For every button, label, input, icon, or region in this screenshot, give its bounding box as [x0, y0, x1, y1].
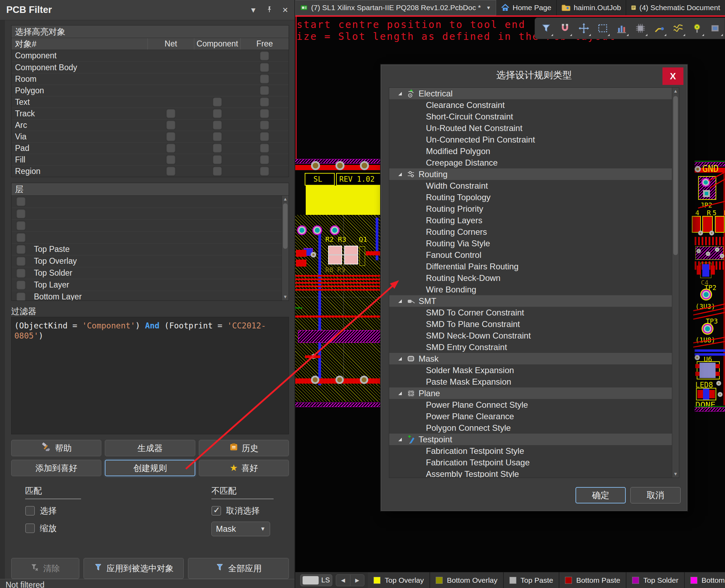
- free-checkbox[interactable]: [260, 167, 269, 176]
- component-checkbox[interactable]: [213, 109, 222, 118]
- rule-type-item[interactable]: Creepage Distance: [389, 157, 672, 168]
- free-checkbox[interactable]: [260, 132, 269, 141]
- layers-scrollbar[interactable]: ▲ ▼: [282, 196, 289, 300]
- rule-group-mask[interactable]: Mask: [389, 353, 672, 364]
- free-checkbox[interactable]: [260, 109, 269, 118]
- deselect-checkbox[interactable]: [211, 506, 221, 516]
- free-checkbox[interactable]: [260, 144, 269, 153]
- pin-icon[interactable]: [266, 6, 273, 14]
- layer-tab-bottom-paste[interactable]: Bottom Paste: [559, 572, 626, 588]
- tab-schematic[interactable]: (4) Schematic Document: [626, 0, 725, 15]
- component-checkbox[interactable]: [213, 144, 222, 153]
- layer-checkbox[interactable]: [16, 233, 26, 242]
- object-row[interactable]: Component Body: [12, 61, 289, 73]
- rule-type-item[interactable]: Routing Topology: [389, 191, 672, 203]
- rule-type-item[interactable]: Modified Polygon: [389, 145, 672, 157]
- object-row[interactable]: Room: [12, 73, 289, 85]
- move-icon[interactable]: [576, 21, 592, 36]
- scroll-down-icon[interactable]: ▼: [282, 293, 289, 300]
- layer-row[interactable]: [12, 231, 282, 243]
- layer-row[interactable]: Top Overlay: [12, 255, 282, 267]
- component-checkbox[interactable]: [213, 167, 222, 176]
- layer-tab-top-paste[interactable]: Top Paste: [504, 572, 559, 588]
- filter-icon[interactable]: [538, 21, 554, 36]
- rule-type-item[interactable]: Power Plane Clearance: [389, 411, 672, 422]
- rule-type-item[interactable]: Routing Priority: [389, 203, 672, 215]
- via-icon[interactable]: [689, 21, 705, 36]
- rule-group-testpoint[interactable]: Testpoint: [389, 434, 672, 445]
- component-checkbox[interactable]: [213, 132, 222, 141]
- rule-type-item[interactable]: Differential Pairs Routing: [389, 261, 672, 272]
- rule-type-item[interactable]: Clearance Constraint: [389, 99, 672, 111]
- create-rule-button[interactable]: 创建规则: [105, 460, 195, 476]
- rule-type-item[interactable]: Fanout Control: [389, 249, 672, 261]
- rule-type-item[interactable]: Power Plane Connect Style: [389, 399, 672, 411]
- select-area-icon[interactable]: [595, 21, 610, 36]
- layer-checkbox[interactable]: [16, 257, 26, 266]
- differential-pair-icon[interactable]: [670, 21, 686, 36]
- apply-to-selected-button[interactable]: 应用到被选中对象: [84, 558, 184, 579]
- apply-all-button[interactable]: 全部应用: [188, 558, 289, 579]
- layer-row[interactable]: Top Paste: [12, 243, 282, 255]
- dialog-scrollbar[interactable]: ▲ ▼: [672, 88, 679, 478]
- generator-button[interactable]: 生成器: [105, 440, 195, 456]
- free-checkbox[interactable]: [260, 155, 269, 164]
- expand-triangle-icon[interactable]: [398, 438, 402, 441]
- rule-group-smt[interactable]: SMT: [389, 295, 672, 307]
- layer-set-chip[interactable]: LS: [300, 574, 332, 586]
- free-checkbox[interactable]: [260, 74, 269, 84]
- rule-type-item[interactable]: SMD To Corner Constraint: [389, 307, 672, 318]
- expand-triangle-icon[interactable]: [398, 357, 402, 361]
- layer-checkbox[interactable]: [16, 292, 26, 301]
- layer-tab-bottom-solder[interactable]: Bottom Solder: [685, 572, 725, 588]
- rule-type-item[interactable]: Routing Neck-Down: [389, 272, 672, 284]
- rule-group-routing[interactable]: Routing: [389, 168, 672, 180]
- rule-type-item[interactable]: SMD To Plane Constraint: [389, 318, 672, 330]
- history-button[interactable]: 历史: [199, 440, 289, 456]
- scrollbar-thumb[interactable]: [673, 96, 678, 255]
- expand-triangle-icon[interactable]: [398, 92, 402, 95]
- net-checkbox[interactable]: [166, 121, 175, 130]
- object-row[interactable]: Component: [12, 50, 289, 61]
- rule-type-item[interactable]: Un-Connected Pin Constraint: [389, 134, 672, 145]
- more-icon[interactable]: [708, 21, 724, 36]
- rule-type-item[interactable]: Assembly Testpoint Style: [389, 468, 672, 478]
- object-row[interactable]: Pad: [12, 142, 289, 154]
- object-row[interactable]: Via: [12, 131, 289, 142]
- component-checkbox[interactable]: [213, 155, 222, 164]
- rule-type-item[interactable]: Paste Mask Expansion: [389, 376, 672, 387]
- filter-expression-input[interactable]: (ObjectKind = 'Component') And (Footprin…: [11, 317, 289, 434]
- layer-checkbox[interactable]: [16, 245, 26, 254]
- rule-group-electrical[interactable]: Electrical: [389, 88, 672, 99]
- rule-type-item[interactable]: SMD Entry Constraint: [389, 341, 672, 353]
- add-favorite-button[interactable]: 添加到喜好: [11, 460, 101, 476]
- net-checkbox[interactable]: [166, 144, 175, 153]
- chart-icon[interactable]: [614, 21, 629, 36]
- scroll-up-icon[interactable]: ▲: [672, 88, 679, 95]
- layer-checkbox[interactable]: [16, 281, 26, 290]
- object-row[interactable]: Region: [12, 165, 289, 177]
- tab-dropdown-icon[interactable]: ▼: [486, 5, 491, 10]
- rule-type-item[interactable]: Fabrication Testpoint Style: [389, 445, 672, 457]
- mask-dropdown[interactable]: Mask ▼: [211, 522, 270, 536]
- layer-checkbox[interactable]: [16, 269, 26, 278]
- tab-pcbdoc[interactable]: (7) SL1 Xilinx Spartan-IIE PQ208 Rev1.02…: [295, 0, 496, 15]
- rule-type-item[interactable]: Routing Corners: [389, 226, 672, 238]
- layer-tab-top-overlay[interactable]: Top Overlay: [368, 572, 430, 588]
- object-row[interactable]: Text: [12, 96, 289, 108]
- layer-row[interactable]: Top Solder: [12, 267, 282, 279]
- layer-row[interactable]: [12, 196, 282, 208]
- clear-button[interactable]: 清除: [11, 558, 79, 579]
- tab-outjob[interactable]: haimin.OutJob: [557, 0, 626, 15]
- rule-type-item[interactable]: SMD Neck-Down Constraint: [389, 330, 672, 341]
- expand-triangle-icon[interactable]: [398, 392, 402, 395]
- layer-row[interactable]: Top Layer: [12, 279, 282, 291]
- rule-type-item[interactable]: Short-Circuit Constraint: [389, 111, 672, 122]
- object-row[interactable]: Arc: [12, 119, 289, 131]
- net-checkbox[interactable]: [166, 132, 175, 141]
- layer-scroll-right-icon[interactable]: ▶: [350, 575, 364, 586]
- layer-checkbox[interactable]: [16, 209, 26, 218]
- layer-scroll-left-icon[interactable]: ◀: [336, 575, 350, 586]
- help-button[interactable]: 帮助: [11, 440, 101, 456]
- layer-tab-bottom-overlay[interactable]: Bottom Overlay: [430, 572, 504, 588]
